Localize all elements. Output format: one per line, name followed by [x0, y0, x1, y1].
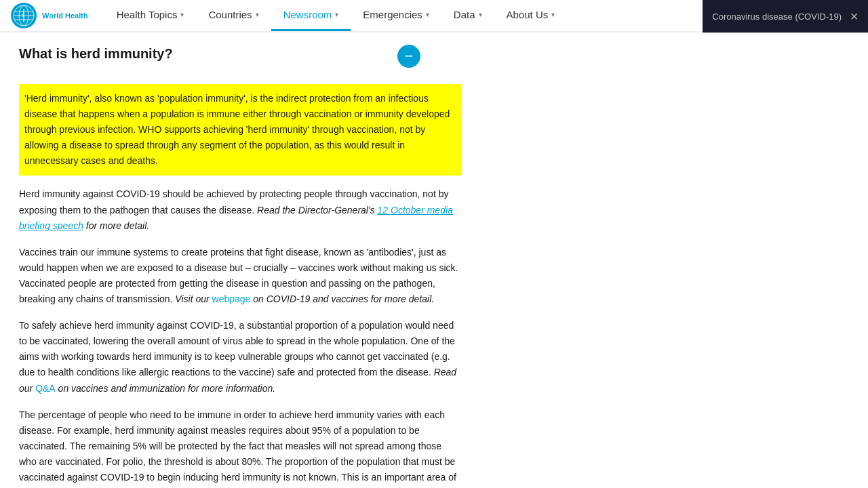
chevron-down-icon: ▾: [551, 11, 555, 18]
qa-link[interactable]: Q&A: [35, 383, 56, 394]
chevron-down-icon: ▾: [426, 11, 429, 18]
paragraph-1-italic: Read the Director-General's: [257, 205, 378, 216]
paragraph-3-italic2: on vaccines and immunization for more in…: [56, 383, 275, 394]
who-logo[interactable]: World Health: [11, 3, 88, 28]
paragraph-1: Herd immunity against COVID-19 should be…: [19, 186, 461, 233]
nav-item-emergencies[interactable]: Emergencies ▾: [351, 0, 441, 31]
question-header-row: What is herd immunity? −: [19, 46, 461, 68]
chevron-down-icon: ▾: [256, 11, 259, 18]
main-nav: Health Topics ▾ Countries ▾ Newsroom ▾ E…: [104, 0, 568, 31]
covid-banner-close-button[interactable]: ✕: [850, 10, 859, 23]
nav-item-about-us[interactable]: About Us ▾: [494, 0, 568, 31]
nav-item-newsroom[interactable]: Newsroom ▾: [271, 0, 351, 31]
chevron-down-icon: ▾: [335, 11, 338, 18]
paragraph-4: The percentage of people who need to be …: [19, 407, 461, 488]
logo-text: World Health: [42, 11, 88, 20]
nav-item-health-topics[interactable]: Health Topics ▾: [104, 0, 197, 31]
covid-banner: Coronavirus disease (COVID-19) ✕: [703, 0, 868, 33]
paragraph-1-italic2: for more detail.: [83, 220, 149, 231]
paragraph-3-text: To safely achieve herd immunity against …: [19, 320, 455, 378]
paragraph-2: Vaccines train our immune systems to cre…: [19, 245, 461, 307]
nav-item-data[interactable]: Data ▾: [441, 0, 494, 31]
nav-item-countries[interactable]: Countries ▾: [196, 0, 271, 31]
paragraph-2-italic2: on COVID-19 and vaccines for more detail…: [250, 293, 434, 304]
article-title: What is herd immunity?: [19, 46, 173, 62]
logo-icon: [11, 3, 37, 28]
chevron-down-icon: ▾: [180, 11, 184, 18]
collapse-button[interactable]: −: [397, 45, 420, 68]
webpage-link[interactable]: webpage: [212, 293, 251, 304]
highlighted-paragraph: 'Herd immunity', also known as 'populati…: [19, 84, 461, 176]
article-content: What is herd immunity? − 'Herd immunity'…: [0, 33, 488, 488]
covid-banner-text: Coronavirus disease (COVID-19): [712, 12, 842, 22]
paragraph-3: To safely achieve herd immunity against …: [19, 318, 461, 396]
paragraph-2-italic: Visit our: [175, 293, 212, 304]
chevron-down-icon: ▾: [479, 11, 482, 18]
